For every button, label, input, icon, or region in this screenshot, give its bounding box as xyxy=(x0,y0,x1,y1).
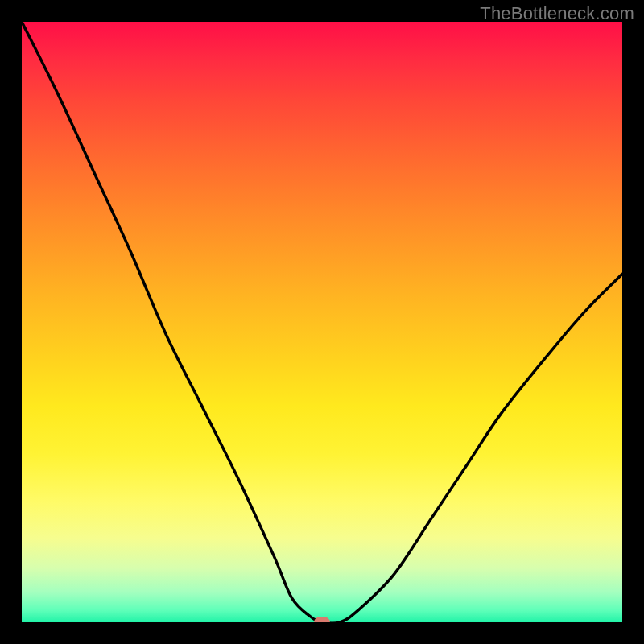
chart-frame: TheBottleneck.com xyxy=(0,0,644,644)
curve-path xyxy=(22,22,622,622)
watermark-text: TheBottleneck.com xyxy=(480,3,634,24)
optimal-point-marker xyxy=(314,617,330,622)
plot-area xyxy=(22,22,622,622)
bottleneck-curve xyxy=(22,22,622,622)
